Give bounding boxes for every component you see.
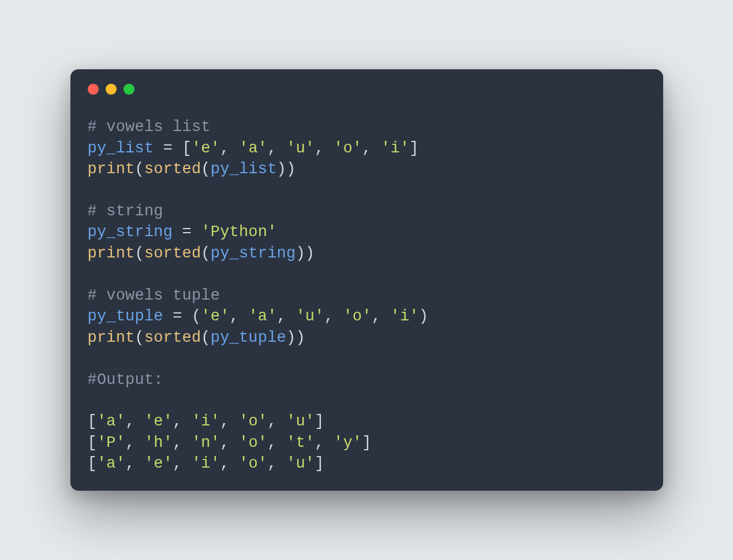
comment-vowels-tuple: # vowels tuple: [88, 287, 220, 304]
output-val: 't': [286, 434, 315, 451]
func-print: print: [88, 160, 135, 178]
string-e: 'e': [201, 308, 229, 325]
output-val: 'u': [286, 455, 315, 472]
assign-op: =: [163, 308, 192, 325]
string-i: 'i': [390, 308, 418, 325]
paren-open: (: [135, 329, 144, 346]
comma: ,: [267, 455, 286, 472]
code-window: # vowels list py_list = ['e', 'a', 'u', …: [70, 69, 663, 490]
output-bracket: ]: [315, 413, 324, 430]
comma: ,: [230, 308, 249, 325]
string-o: 'o': [343, 308, 371, 325]
comma: ,: [173, 455, 192, 472]
output-val: 'o': [239, 455, 267, 472]
ident-py-string: py_string: [88, 223, 173, 241]
output-bracket: [: [88, 434, 97, 451]
ident-py-list: py_list: [88, 140, 154, 157]
string-u: 'u': [286, 140, 315, 157]
output-bracket: [: [88, 455, 97, 472]
output-val: 'u': [286, 413, 315, 430]
comment-output: #Output:: [88, 371, 163, 389]
comma: ,: [220, 140, 239, 157]
output-val: 'i': [192, 413, 220, 430]
window-titlebar: [70, 69, 663, 100]
window-maximize-icon[interactable]: [124, 84, 134, 95]
comma: ,: [173, 413, 192, 430]
comma: ,: [315, 434, 334, 451]
stage: # vowels list py_list = ['e', 'a', 'u', …: [0, 0, 733, 560]
output-val: 'o': [239, 434, 267, 451]
string-u: 'u': [296, 308, 324, 325]
comma: ,: [220, 455, 239, 472]
output-bracket: ]: [315, 455, 324, 472]
assign-op: =: [173, 223, 201, 241]
ident-py-tuple: py_tuple: [211, 329, 286, 346]
code-block: # vowels list py_list = ['e', 'a', 'u', …: [70, 100, 663, 474]
comma: ,: [277, 308, 296, 325]
comma: ,: [267, 140, 286, 157]
paren-open: (: [135, 160, 144, 178]
string-i: 'i': [381, 140, 409, 157]
paren-close: ): [286, 160, 296, 178]
func-sorted: sorted: [144, 245, 201, 262]
output-val: 'e': [144, 455, 173, 472]
func-print: print: [88, 329, 135, 346]
comma: ,: [315, 140, 334, 157]
comma: ,: [220, 434, 239, 451]
output-val: 'e': [144, 413, 173, 430]
string-a: 'a': [239, 140, 267, 157]
func-sorted: sorted: [144, 160, 201, 178]
output-val: 'a': [97, 455, 125, 472]
string-o: 'o': [334, 140, 362, 157]
ident-py-string: py_string: [211, 245, 296, 262]
paren-close: ): [296, 329, 305, 346]
paren-open: (: [201, 329, 210, 346]
output-bracket: [: [88, 413, 97, 430]
output-val: 'y': [334, 434, 362, 451]
bracket-close: ]: [409, 140, 418, 157]
output-val: 'n': [192, 434, 220, 451]
comma: ,: [267, 434, 286, 451]
comma: ,: [362, 140, 381, 157]
window-close-icon[interactable]: [88, 84, 99, 95]
output-bracket: ]: [362, 434, 371, 451]
comma: ,: [324, 308, 343, 325]
comma: ,: [125, 455, 144, 472]
comma: ,: [372, 308, 391, 325]
func-sorted: sorted: [144, 329, 201, 346]
output-val: 'a': [97, 413, 125, 430]
output-val: 'i': [192, 455, 220, 472]
comma: ,: [173, 434, 192, 451]
output-val: 'P': [97, 434, 125, 451]
paren-close: ): [305, 245, 315, 262]
window-minimize-icon[interactable]: [106, 84, 117, 95]
ident-py-list: py_list: [211, 160, 277, 178]
string-python: 'Python': [201, 223, 276, 241]
paren-close: ): [277, 160, 286, 178]
string-e: 'e': [192, 140, 220, 157]
paren-open: (: [201, 160, 210, 178]
bracket-open: [: [182, 140, 192, 157]
func-print: print: [88, 245, 135, 262]
paren-open: (: [192, 308, 201, 325]
assign-op: =: [154, 140, 182, 157]
comma: ,: [220, 413, 239, 430]
output-val: 'h': [144, 434, 173, 451]
paren-close: ): [296, 245, 305, 262]
paren-open: (: [201, 245, 210, 262]
comma: ,: [125, 413, 144, 430]
comma: ,: [267, 413, 286, 430]
paren-close: ): [286, 329, 296, 346]
paren-open: (: [135, 245, 144, 262]
comment-string: # string: [88, 203, 163, 220]
string-a: 'a': [248, 308, 276, 325]
output-val: 'o': [239, 413, 267, 430]
ident-py-tuple: py_tuple: [88, 308, 163, 325]
comment-vowels-list: # vowels list: [88, 118, 211, 136]
paren-close: ): [419, 308, 428, 325]
comma: ,: [125, 434, 144, 451]
